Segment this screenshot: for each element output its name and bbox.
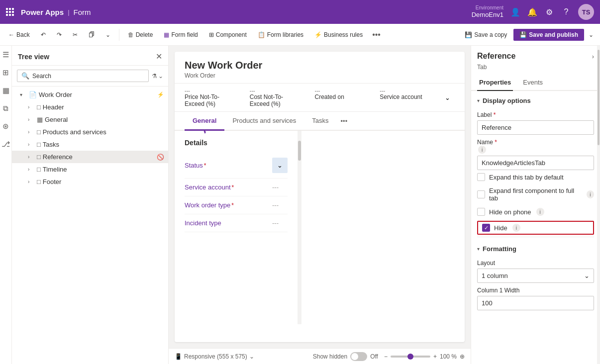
expand-tab-checkbox[interactable]	[477, 173, 485, 181]
account-icon[interactable]: 👤	[510, 7, 520, 17]
grid-view-icon[interactable]: ⊞	[1, 68, 11, 78]
puzzle-icon[interactable]: ⊛	[1, 121, 11, 131]
service-required: *	[232, 184, 234, 191]
save-publish-more-button[interactable]: ⌄	[586, 29, 596, 41]
tab-products[interactable]: Products and services	[224, 112, 304, 131]
back-button[interactable]: ← Back	[4, 29, 34, 41]
chevron-down-icon: ⌄	[105, 31, 110, 38]
tab-general[interactable]: General	[185, 112, 224, 131]
zoom-minus-icon[interactable]: −	[384, 353, 388, 360]
cut-button[interactable]: ✂	[68, 29, 82, 41]
eye-slash-icon: 🚫	[157, 154, 164, 161]
sep1	[119, 29, 119, 41]
wot-required: *	[231, 202, 234, 209]
field-name-created: Created on	[315, 93, 368, 100]
field-created: --- Created on	[315, 88, 368, 107]
tree-item-products[interactable]: › □ Products and services	[12, 126, 168, 138]
work-order-chevron: ▾	[20, 92, 27, 97]
name-info-icon[interactable]: i	[478, 146, 486, 154]
save-publish-button[interactable]: 💾 Save and publish	[513, 29, 584, 41]
redo-icon: ↷	[57, 31, 62, 38]
layout-select[interactable]: 1 column ⌄	[477, 269, 594, 283]
reference-label: Reference	[43, 153, 155, 161]
tree-item-tasks[interactable]: › □ Tasks	[12, 138, 168, 151]
search-input[interactable]	[32, 73, 144, 80]
hide-phone-info[interactable]: i	[536, 208, 544, 216]
component-button[interactable]: ⊞ Component	[204, 29, 251, 41]
panel-tab-events[interactable]: Events	[521, 75, 545, 91]
tree-item-reference[interactable]: › □ Reference 🚫	[12, 151, 168, 163]
redo-button[interactable]: ↷	[52, 29, 66, 41]
grid-menu-icon[interactable]	[6, 8, 14, 16]
settings-icon[interactable]: ⚙	[544, 7, 554, 17]
tree-body: ▾ 📄 Work Order ⚡ › □ Header › ▦ General …	[12, 87, 168, 364]
expand-first-info[interactable]: i	[587, 190, 594, 198]
delete-button[interactable]: 🗑 Delete	[123, 29, 158, 41]
branch-icon[interactable]: ⎇	[1, 139, 11, 149]
toolbar-right: 💾 Save a copy 💾 Save and publish ⌄	[460, 29, 596, 41]
form-libraries-button[interactable]: 📋 Form libraries	[253, 29, 308, 41]
tab-tasks[interactable]: Tasks	[304, 112, 336, 131]
tree-close-button[interactable]: ✕	[156, 52, 162, 61]
field-price: --- Price Not-To-Exceed (%)	[185, 88, 238, 107]
more-button[interactable]: •••	[369, 28, 384, 41]
hide-checkbox[interactable]	[482, 224, 490, 232]
zoom-plus-icon[interactable]: +	[433, 353, 437, 360]
tasks-icon: □	[37, 141, 41, 148]
copy-button[interactable]: 🗍	[84, 29, 99, 41]
expand-icon[interactable]: ⌄	[445, 88, 455, 107]
table-icon[interactable]: ▦	[1, 86, 11, 95]
formatting-chevron[interactable]: ▾	[477, 246, 480, 252]
tree-item-footer[interactable]: › □ Footer	[12, 176, 168, 188]
display-options-header: ▾ Display options	[477, 91, 594, 107]
zoom-slider[interactable]	[391, 356, 430, 358]
hide-info[interactable]: i	[512, 224, 520, 232]
form-field-button[interactable]: ▦ Form field	[159, 29, 202, 41]
field-row-service-account: Service account* ---	[185, 179, 288, 196]
help-icon[interactable]: ?	[561, 7, 571, 17]
left-sidebar: ☰ ⊞ ▦ ⧉ ⊛ ⎇	[0, 46, 12, 364]
properties-tab-label: Properties	[479, 79, 511, 86]
tree-item-header[interactable]: › □ Header	[12, 101, 168, 113]
canvas-inner: New Work Order Work Order --- Price Not-…	[169, 46, 471, 348]
expand-first-checkbox[interactable]	[477, 190, 485, 198]
more-undo-button[interactable]: ⌄	[101, 29, 115, 41]
label-required: *	[494, 111, 496, 118]
display-options-chevron[interactable]: ▾	[477, 98, 480, 103]
name-input[interactable]	[477, 156, 594, 170]
avatar[interactable]: TS	[578, 4, 594, 20]
responsive-button[interactable]: 📱 Responsive (555 x 575) ⌄	[175, 353, 254, 360]
hamburger-icon[interactable]: ☰	[1, 50, 11, 60]
business-rules-button[interactable]: ⚡ Business rules	[310, 29, 367, 41]
canvas-scrollbar[interactable]	[298, 131, 301, 324]
form-header: New Work Order Work Order	[175, 52, 465, 84]
bell-icon[interactable]: 🔔	[527, 7, 537, 17]
layers-icon[interactable]: ⧉	[1, 103, 11, 113]
panel-tab-properties[interactable]: Properties	[477, 75, 513, 91]
name-required: *	[495, 139, 497, 146]
status-bar: 📱 Responsive (555 x 575) ⌄ Show hidden O…	[169, 348, 471, 364]
hide-phone-checkbox[interactable]	[477, 208, 485, 216]
right-panel-scrollbar[interactable]	[597, 46, 600, 364]
tree-item-timeline[interactable]: › □ Timeline	[12, 163, 168, 176]
column-width-input[interactable]	[477, 296, 594, 310]
undo-button[interactable]: ↶	[36, 29, 50, 41]
filter-button[interactable]: ⚗ ⌄	[152, 73, 163, 80]
formatting-section: ▾ Formatting Layout 1 column ⌄ Column 1 …	[477, 237, 594, 310]
search-box[interactable]: 🔍	[17, 70, 149, 82]
panel-tabs: Properties Events	[471, 75, 600, 91]
right-panel-scroll-thumb	[598, 50, 600, 145]
status-dropdown[interactable]: ⌄	[272, 158, 288, 173]
save-copy-button[interactable]: 💾 Save a copy	[460, 29, 511, 41]
toggle-knob	[351, 353, 358, 360]
field-label-created: ---	[315, 88, 368, 93]
tree-view-title: Tree view	[18, 53, 49, 61]
label-input[interactable]	[477, 120, 594, 135]
tree-item-work-order[interactable]: ▾ 📄 Work Order ⚡	[12, 89, 168, 101]
right-panel-chevron[interactable]: ›	[592, 53, 594, 60]
general-label: General	[45, 116, 164, 123]
zoom-fit-icon[interactable]: ⊕	[460, 353, 465, 360]
tree-item-general[interactable]: › ▦ General	[12, 113, 168, 126]
tab-more-button[interactable]: •••	[337, 112, 352, 130]
show-hidden-toggle[interactable]	[350, 352, 367, 361]
